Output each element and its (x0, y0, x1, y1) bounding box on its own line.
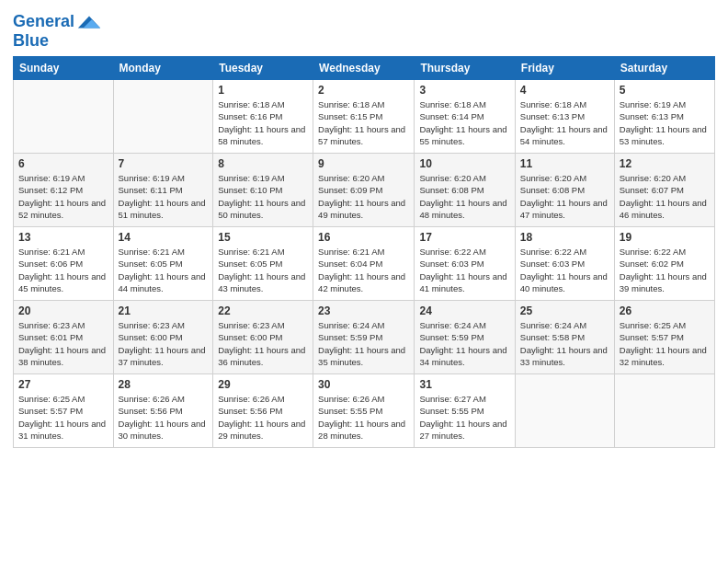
calendar-day-header: Wednesday (313, 57, 415, 80)
day-info: Sunrise: 6:21 AMSunset: 6:05 PMDaylight:… (218, 246, 308, 294)
calendar-cell (515, 374, 614, 448)
calendar-cell: 6Sunrise: 6:19 AMSunset: 6:12 PMDaylight… (14, 154, 114, 227)
day-number: 1 (218, 84, 308, 97)
calendar-cell: 20Sunrise: 6:23 AMSunset: 6:01 PMDayligh… (14, 301, 114, 374)
calendar-cell: 14Sunrise: 6:21 AMSunset: 6:05 PMDayligh… (113, 227, 213, 301)
calendar-day-header: Monday (113, 57, 213, 80)
day-info: Sunrise: 6:22 AMSunset: 6:03 PMDaylight:… (419, 246, 509, 294)
day-number: 8 (218, 157, 308, 170)
day-info: Sunrise: 6:20 AMSunset: 6:07 PMDaylight:… (620, 172, 710, 221)
day-number: 30 (318, 378, 409, 391)
day-number: 3 (419, 84, 509, 97)
day-info: Sunrise: 6:26 AMSunset: 5:56 PMDaylight:… (119, 393, 209, 442)
calendar-day-header: Tuesday (213, 57, 313, 80)
day-number: 26 (620, 304, 710, 317)
day-number: 29 (218, 378, 308, 391)
calendar-week-row: 6Sunrise: 6:19 AMSunset: 6:12 PMDaylight… (14, 154, 715, 227)
calendar-week-row: 27Sunrise: 6:25 AMSunset: 5:57 PMDayligh… (14, 374, 715, 448)
calendar-cell: 22Sunrise: 6:23 AMSunset: 6:00 PMDayligh… (213, 301, 313, 374)
day-number: 25 (520, 304, 609, 317)
calendar-header-row: SundayMondayTuesdayWednesdayThursdayFrid… (14, 57, 715, 80)
calendar-cell (113, 80, 213, 154)
day-number: 27 (18, 378, 108, 391)
day-number: 20 (18, 304, 108, 317)
calendar-cell: 11Sunrise: 6:20 AMSunset: 6:08 PMDayligh… (515, 154, 614, 227)
calendar-cell: 31Sunrise: 6:27 AMSunset: 5:55 PMDayligh… (415, 374, 515, 448)
calendar-cell: 21Sunrise: 6:23 AMSunset: 6:00 PMDayligh… (113, 301, 213, 374)
day-info: Sunrise: 6:24 AMSunset: 5:59 PMDaylight:… (318, 319, 409, 368)
day-number: 11 (520, 157, 609, 170)
day-info: Sunrise: 6:24 AMSunset: 5:59 PMDaylight:… (419, 319, 509, 368)
day-number: 22 (218, 304, 308, 317)
calendar-cell: 2Sunrise: 6:18 AMSunset: 6:15 PMDaylight… (313, 80, 415, 154)
day-number: 12 (620, 157, 710, 170)
day-info: Sunrise: 6:20 AMSunset: 6:08 PMDaylight:… (419, 172, 509, 221)
day-number: 14 (119, 231, 209, 244)
calendar-table: SundayMondayTuesdayWednesdayThursdayFrid… (13, 56, 715, 448)
calendar-day-header: Sunday (14, 57, 114, 80)
day-info: Sunrise: 6:27 AMSunset: 5:55 PMDaylight:… (419, 393, 509, 442)
day-info: Sunrise: 6:26 AMSunset: 5:56 PMDaylight:… (218, 393, 308, 442)
day-number: 15 (218, 231, 308, 244)
calendar-day-header: Friday (515, 57, 614, 80)
day-number: 28 (119, 378, 209, 391)
day-number: 10 (419, 157, 509, 170)
calendar-cell: 16Sunrise: 6:21 AMSunset: 6:04 PMDayligh… (313, 227, 415, 301)
day-info: Sunrise: 6:22 AMSunset: 6:03 PMDaylight:… (520, 246, 609, 294)
calendar-cell: 24Sunrise: 6:24 AMSunset: 5:59 PMDayligh… (415, 301, 515, 374)
calendar-cell: 17Sunrise: 6:22 AMSunset: 6:03 PMDayligh… (415, 227, 515, 301)
calendar-cell: 29Sunrise: 6:26 AMSunset: 5:56 PMDayligh… (213, 374, 313, 448)
day-number: 19 (620, 231, 710, 244)
day-info: Sunrise: 6:20 AMSunset: 6:08 PMDaylight:… (520, 172, 609, 221)
calendar-cell: 18Sunrise: 6:22 AMSunset: 6:03 PMDayligh… (515, 227, 614, 301)
calendar-cell: 3Sunrise: 6:18 AMSunset: 6:14 PMDaylight… (415, 80, 515, 154)
logo: General Blue (13, 9, 102, 51)
day-info: Sunrise: 6:21 AMSunset: 6:05 PMDaylight:… (119, 246, 209, 294)
day-info: Sunrise: 6:19 AMSunset: 6:11 PMDaylight:… (119, 172, 209, 221)
day-number: 18 (520, 231, 609, 244)
day-info: Sunrise: 6:23 AMSunset: 6:00 PMDaylight:… (119, 319, 209, 368)
day-info: Sunrise: 6:18 AMSunset: 6:16 PMDaylight:… (218, 98, 308, 147)
calendar-cell: 26Sunrise: 6:25 AMSunset: 5:57 PMDayligh… (614, 301, 714, 374)
calendar-cell: 25Sunrise: 6:24 AMSunset: 5:58 PMDayligh… (515, 301, 614, 374)
day-info: Sunrise: 6:23 AMSunset: 6:00 PMDaylight:… (218, 319, 308, 368)
day-number: 6 (18, 157, 108, 170)
day-number: 16 (318, 231, 409, 244)
day-number: 13 (18, 231, 108, 244)
calendar-cell: 8Sunrise: 6:19 AMSunset: 6:10 PMDaylight… (213, 154, 313, 227)
calendar-cell: 27Sunrise: 6:25 AMSunset: 5:57 PMDayligh… (14, 374, 114, 448)
day-number: 17 (419, 231, 509, 244)
calendar-cell: 9Sunrise: 6:20 AMSunset: 6:09 PMDaylight… (313, 154, 415, 227)
day-number: 9 (318, 157, 409, 170)
calendar-week-row: 13Sunrise: 6:21 AMSunset: 6:06 PMDayligh… (14, 227, 715, 301)
day-info: Sunrise: 6:18 AMSunset: 6:14 PMDaylight:… (419, 98, 509, 147)
calendar-cell: 19Sunrise: 6:22 AMSunset: 6:02 PMDayligh… (614, 227, 714, 301)
calendar-cell: 23Sunrise: 6:24 AMSunset: 5:59 PMDayligh… (313, 301, 415, 374)
calendar-cell: 12Sunrise: 6:20 AMSunset: 6:07 PMDayligh… (614, 154, 714, 227)
calendar-cell: 15Sunrise: 6:21 AMSunset: 6:05 PMDayligh… (213, 227, 313, 301)
day-info: Sunrise: 6:18 AMSunset: 6:13 PMDaylight:… (520, 98, 609, 147)
day-number: 5 (620, 84, 710, 97)
calendar-cell: 1Sunrise: 6:18 AMSunset: 6:16 PMDaylight… (213, 80, 313, 154)
day-info: Sunrise: 6:20 AMSunset: 6:09 PMDaylight:… (318, 172, 409, 221)
calendar-cell: 28Sunrise: 6:26 AMSunset: 5:56 PMDayligh… (113, 374, 213, 448)
day-info: Sunrise: 6:18 AMSunset: 6:15 PMDaylight:… (318, 98, 409, 147)
day-number: 31 (419, 378, 509, 391)
calendar-day-header: Thursday (415, 57, 515, 80)
day-info: Sunrise: 6:19 AMSunset: 6:12 PMDaylight:… (18, 172, 108, 221)
day-info: Sunrise: 6:24 AMSunset: 5:58 PMDaylight:… (520, 319, 609, 368)
page: General Blue SundayMondayTuesdayWednesda… (0, 0, 728, 563)
logo-icon (76, 9, 102, 35)
day-number: 24 (419, 304, 509, 317)
calendar-cell: 7Sunrise: 6:19 AMSunset: 6:11 PMDaylight… (113, 154, 213, 227)
day-number: 4 (520, 84, 609, 97)
day-info: Sunrise: 6:25 AMSunset: 5:57 PMDaylight:… (620, 319, 710, 368)
calendar-cell: 5Sunrise: 6:19 AMSunset: 6:13 PMDaylight… (614, 80, 714, 154)
day-info: Sunrise: 6:26 AMSunset: 5:55 PMDaylight:… (318, 393, 409, 442)
header: General Blue (13, 9, 715, 51)
day-info: Sunrise: 6:21 AMSunset: 6:04 PMDaylight:… (318, 246, 409, 294)
day-number: 2 (318, 84, 409, 97)
day-info: Sunrise: 6:22 AMSunset: 6:02 PMDaylight:… (620, 246, 710, 294)
day-info: Sunrise: 6:19 AMSunset: 6:10 PMDaylight:… (218, 172, 308, 221)
calendar-cell (614, 374, 714, 448)
